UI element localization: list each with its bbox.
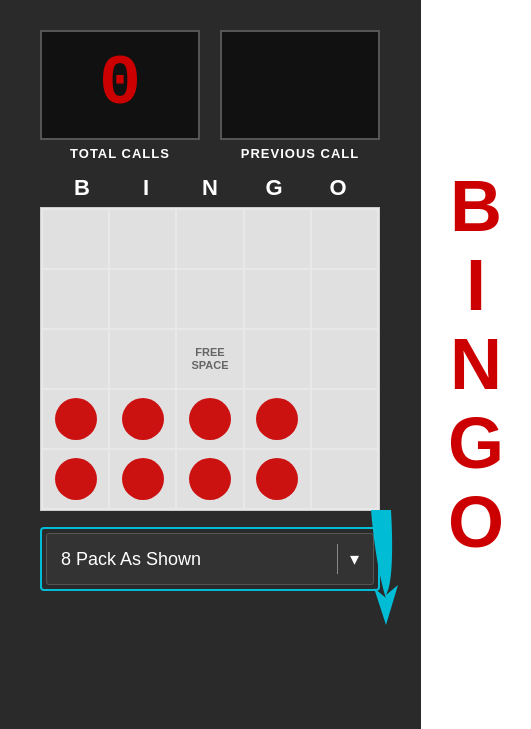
bingo-cell xyxy=(43,270,108,328)
bingo-cell-marked xyxy=(177,450,242,508)
bingo-card: FREESPACE xyxy=(40,207,380,511)
bingo-cell xyxy=(245,210,310,268)
total-calls-box: 0 xyxy=(40,30,200,140)
free-space-label: FREESPACE xyxy=(191,346,228,372)
bingo-cell xyxy=(312,270,377,328)
letter-o: O xyxy=(308,175,368,201)
total-calls-display: 0 TOTAL CALLS xyxy=(40,30,200,161)
pack-dropdown-container[interactable]: 8 Pack As Shown ▾ xyxy=(40,527,380,591)
letter-n: N xyxy=(180,175,240,201)
bingo-cell xyxy=(312,210,377,268)
pack-dropdown[interactable]: 8 Pack As Shown ▾ xyxy=(46,533,374,585)
bingo-cell-marked xyxy=(43,390,108,448)
bingo-cell xyxy=(312,390,377,448)
total-calls-value: 0 xyxy=(99,50,141,120)
marked-dot xyxy=(55,398,97,440)
marked-dot xyxy=(256,458,298,500)
bingo-sidebar: B I N G O xyxy=(421,0,531,729)
previous-call-label: PREVIOUS CALL xyxy=(241,146,359,161)
bingo-cell-marked xyxy=(110,390,175,448)
sidebar-letter-g: G xyxy=(448,404,504,483)
bingo-cell xyxy=(245,270,310,328)
bingo-cell-marked xyxy=(43,450,108,508)
bingo-cell xyxy=(245,330,310,388)
sidebar-letter-i: I xyxy=(466,246,486,325)
letter-b: B xyxy=(52,175,112,201)
bingo-letters-row: B I N G O xyxy=(40,175,380,201)
bingo-cell xyxy=(177,270,242,328)
total-calls-label: TOTAL CALLS xyxy=(70,146,170,161)
bingo-cell xyxy=(43,330,108,388)
marked-dot xyxy=(122,398,164,440)
displays-row: 0 TOTAL CALLS PREVIOUS CALL xyxy=(40,30,380,161)
pack-dropdown-label: 8 Pack As Shown xyxy=(61,549,325,570)
bingo-cell xyxy=(110,330,175,388)
marked-dot xyxy=(55,458,97,500)
previous-call-box xyxy=(220,30,380,140)
bingo-cell xyxy=(312,330,377,388)
previous-call-display: PREVIOUS CALL xyxy=(220,30,380,161)
bingo-cell xyxy=(177,210,242,268)
sidebar-letter-o: O xyxy=(448,483,504,562)
bingo-cell-marked xyxy=(245,450,310,508)
bingo-cell-marked xyxy=(245,390,310,448)
bingo-cell xyxy=(110,270,175,328)
bingo-cell-marked xyxy=(177,390,242,448)
free-space-cell: FREESPACE xyxy=(177,330,242,388)
bingo-cell xyxy=(110,210,175,268)
marked-dot xyxy=(189,458,231,500)
sidebar-letter-b: B xyxy=(450,167,502,246)
marked-dot xyxy=(122,458,164,500)
marked-dot xyxy=(189,398,231,440)
bingo-cell-marked xyxy=(110,450,175,508)
letter-i: I xyxy=(116,175,176,201)
letter-g: G xyxy=(244,175,304,201)
marked-dot xyxy=(256,398,298,440)
teal-arrow xyxy=(336,500,416,634)
sidebar-letter-n: N xyxy=(450,325,502,404)
bingo-cell xyxy=(43,210,108,268)
